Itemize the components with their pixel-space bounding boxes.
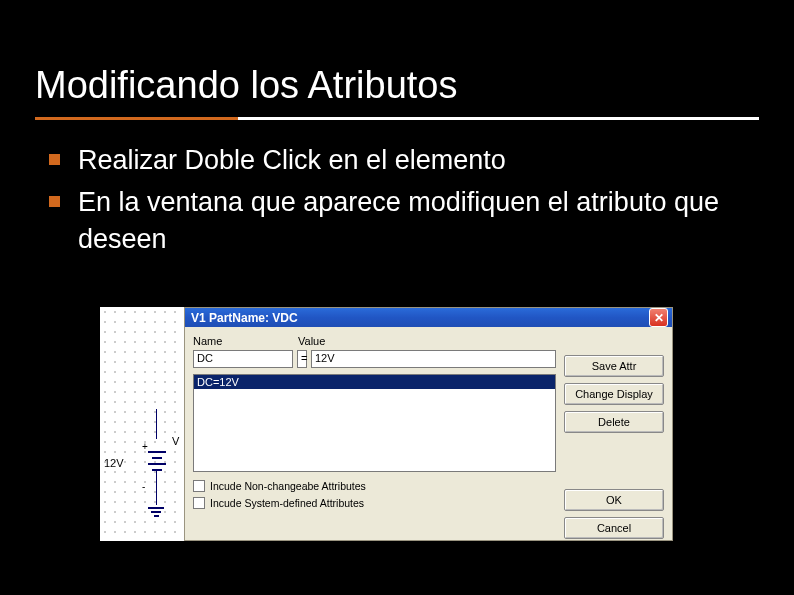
save-attr-button[interactable]: Save Attr bbox=[564, 355, 664, 377]
include-nonchangeable-checkbox[interactable]: Incude Non-changeabe Attributes bbox=[193, 480, 556, 492]
embedded-screenshot: V 12V + - V1 PartName: VDC ✕ bbox=[100, 307, 673, 541]
include-systemdefined-checkbox[interactable]: Incude System-defined Attributes bbox=[193, 497, 556, 509]
cancel-button[interactable]: Cancel bbox=[564, 517, 664, 539]
bullet-icon bbox=[49, 196, 60, 207]
equals-field: = bbox=[297, 350, 307, 368]
checkbox-icon[interactable] bbox=[193, 480, 205, 492]
slide-title: Modificando los Atributos bbox=[35, 20, 759, 117]
checkbox-label: Incude System-defined Attributes bbox=[210, 497, 364, 509]
component-value-label: 12V bbox=[104, 457, 124, 469]
list-item: Realizar Doble Click en el elemento bbox=[35, 142, 759, 178]
name-column-label: Name bbox=[193, 335, 298, 347]
checkbox-label: Incude Non-changeabe Attributes bbox=[210, 480, 366, 492]
bullet-text: Realizar Doble Click en el elemento bbox=[78, 142, 759, 178]
component-designator: V bbox=[172, 435, 179, 447]
value-column-label: Value bbox=[298, 335, 325, 347]
minus-icon: - bbox=[142, 481, 145, 492]
attributes-dialog: V1 PartName: VDC ✕ Name Value DC = 12V D… bbox=[184, 307, 673, 541]
schematic-canvas: V 12V + - bbox=[100, 307, 184, 541]
selected-attribute-row[interactable]: DC=12V bbox=[194, 375, 555, 389]
bullet-icon bbox=[49, 154, 60, 165]
grid-dots bbox=[100, 307, 184, 541]
dialog-title-text: V1 PartName: VDC bbox=[191, 311, 649, 325]
bullet-list: Realizar Doble Click en el elemento En l… bbox=[35, 142, 759, 257]
voltage-source-icon: + - bbox=[138, 427, 168, 487]
close-icon[interactable]: ✕ bbox=[649, 308, 668, 327]
name-field[interactable]: DC bbox=[193, 350, 293, 368]
dialog-titlebar[interactable]: V1 PartName: VDC ✕ bbox=[185, 308, 672, 327]
checkbox-icon[interactable] bbox=[193, 497, 205, 509]
plus-icon: + bbox=[142, 441, 148, 452]
value-field[interactable]: 12V bbox=[311, 350, 556, 368]
change-display-button[interactable]: Change Display bbox=[564, 383, 664, 405]
attributes-listbox[interactable]: DC=12V bbox=[193, 374, 556, 472]
delete-button[interactable]: Delete bbox=[564, 411, 664, 433]
ok-button[interactable]: OK bbox=[564, 489, 664, 511]
title-divider bbox=[35, 117, 759, 120]
bullet-text: En la ventana que aparece modifiquen el … bbox=[78, 184, 759, 257]
list-item: En la ventana que aparece modifiquen el … bbox=[35, 184, 759, 257]
